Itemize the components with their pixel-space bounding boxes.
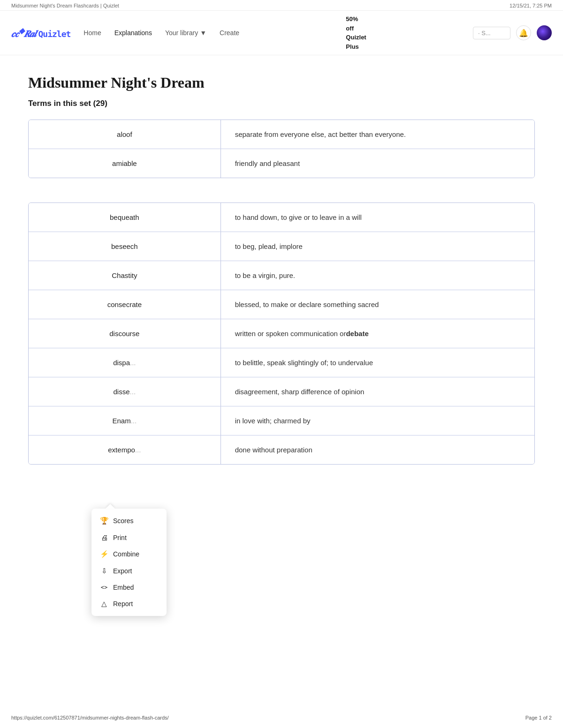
promo-plus: Plus bbox=[346, 42, 358, 52]
context-menu-report[interactable]: △ Report bbox=[91, 595, 167, 612]
nav-explanations[interactable]: Explanations bbox=[114, 29, 152, 37]
search-input[interactable]: · S... bbox=[473, 27, 510, 39]
page-title: Midsummer Night's Dream bbox=[28, 74, 535, 91]
context-menu-notch bbox=[106, 504, 115, 509]
def-aloof: separate from everyone else, act better … bbox=[221, 120, 534, 149]
notification-button[interactable]: 🔔 bbox=[516, 25, 531, 40]
context-menu-embed-label: Embed bbox=[113, 584, 134, 591]
context-menu-print[interactable]: 🖨 Print bbox=[91, 529, 167, 546]
promo-product: Quizlet bbox=[346, 33, 366, 42]
def-discourse: written or spoken communication or debat… bbox=[221, 319, 534, 348]
avatar[interactable] bbox=[537, 25, 552, 40]
context-menu-scores-label: Scores bbox=[113, 517, 134, 525]
context-menu-print-label: Print bbox=[113, 534, 127, 541]
card-group-2: bequeath to hand down, to give or to lea… bbox=[28, 203, 535, 465]
export-icon: ⇩ bbox=[100, 567, 108, 575]
table-row: amiable friendly and pleasant bbox=[29, 149, 534, 178]
term-aloof: aloof bbox=[29, 120, 221, 149]
def-disparage: to belittle, speak slightingly of; to un… bbox=[221, 348, 534, 377]
context-menu-export-label: Export bbox=[113, 567, 132, 575]
combine-icon: ⚡ bbox=[100, 550, 108, 558]
bell-icon: 🔔 bbox=[519, 29, 528, 38]
terms-heading: Terms in this set (29) bbox=[28, 99, 535, 108]
def-extemporaneous: done without preparation bbox=[221, 435, 534, 464]
context-menu: 🏆 Scores 🖨 Print ⚡ Combine ⇩ Export <> E… bbox=[91, 509, 167, 616]
nav-left: 𝒄𝒄◆𝑹𝒂𝒍 Quizlet Home Explanations Your li… bbox=[11, 26, 239, 40]
page-wrapper: Midsummer Night's Dream Flashcards | Qui… bbox=[0, 0, 563, 728]
trophy-icon: 🏆 bbox=[100, 517, 108, 525]
browser-title: Midsummer Night's Dream Flashcards | Qui… bbox=[11, 3, 119, 8]
nav-home[interactable]: Home bbox=[84, 29, 101, 37]
page-url: https://quizlet.com/612507871/midsummer-… bbox=[11, 715, 169, 720]
table-row: disse... disagreement, sharp difference … bbox=[29, 377, 534, 406]
term-discourse: discourse bbox=[29, 319, 221, 348]
context-menu-combine-label: Combine bbox=[113, 550, 139, 558]
nav-right: · S... 🔔 bbox=[473, 25, 552, 40]
table-row: extempo... done without preparation bbox=[29, 435, 534, 464]
def-enamored: in love with; charmed by bbox=[221, 406, 534, 435]
table-row: aloof separate from everyone else, act b… bbox=[29, 120, 534, 149]
report-icon: △ bbox=[100, 600, 108, 608]
context-menu-report-label: Report bbox=[113, 600, 133, 608]
nav-your-library[interactable]: Your library ▼ bbox=[165, 29, 206, 37]
context-menu-export[interactable]: ⇩ Export bbox=[91, 563, 167, 579]
table-row: bequeath to hand down, to give or to lea… bbox=[29, 203, 534, 232]
table-row: consecrate blessed, to make or declare s… bbox=[29, 290, 534, 319]
promo-percent: 50% bbox=[346, 15, 358, 24]
embed-icon: <> bbox=[100, 584, 108, 591]
table-row: dispa... to belittle, speak slightingly … bbox=[29, 348, 534, 377]
term-bequeath: bequeath bbox=[29, 203, 221, 232]
main-content: Midsummer Night's Dream Terms in this se… bbox=[0, 55, 563, 517]
table-row: beseech to beg, plead, implore bbox=[29, 232, 534, 261]
context-menu-combine[interactable]: ⚡ Combine bbox=[91, 546, 167, 563]
card-group-1: aloof separate from everyone else, act b… bbox=[28, 120, 535, 178]
term-enamored: Enam... bbox=[29, 406, 221, 435]
def-bequeath: to hand down, to give or to leave in a w… bbox=[221, 203, 534, 232]
term-beseech: beseech bbox=[29, 232, 221, 261]
def-consecrate: blessed, to make or declare something sa… bbox=[221, 290, 534, 319]
term-extemporaneous: extempo... bbox=[29, 435, 221, 464]
context-menu-scores[interactable]: 🏆 Scores bbox=[91, 512, 167, 529]
quizlet-logo[interactable]: 𝒄𝒄◆𝑹𝒂𝒍 Quizlet bbox=[11, 26, 70, 40]
table-row: Chastity to be a virgin, pure. bbox=[29, 261, 534, 290]
promo-block[interactable]: 50% off Quizlet Plus bbox=[346, 15, 366, 51]
def-beseech: to beg, plead, implore bbox=[221, 232, 534, 261]
chevron-down-icon: ▼ bbox=[200, 29, 206, 37]
def-chastity: to be a virgin, pure. bbox=[221, 261, 534, 290]
timestamp: 12/15/21, 7:25 PM bbox=[510, 3, 552, 8]
nav-create[interactable]: Create bbox=[220, 29, 239, 37]
term-amiable: amiable bbox=[29, 149, 221, 178]
term-disparage: dispa... bbox=[29, 348, 221, 377]
context-menu-embed[interactable]: <> Embed bbox=[91, 579, 167, 595]
page-number: Page 1 of 2 bbox=[525, 715, 552, 720]
def-dissension: disagreement, sharp difference of opinio… bbox=[221, 377, 534, 406]
def-amiable: friendly and pleasant bbox=[221, 149, 534, 178]
term-dissension: disse... bbox=[29, 377, 221, 406]
navbar: 𝒄𝒄◆𝑹𝒂𝒍 Quizlet Home Explanations Your li… bbox=[0, 11, 563, 55]
term-consecrate: consecrate bbox=[29, 290, 221, 319]
print-icon: 🖨 bbox=[100, 533, 108, 541]
term-chastity: Chastity bbox=[29, 261, 221, 290]
promo-off: off bbox=[346, 24, 354, 33]
table-row: Enam... in love with; charmed by bbox=[29, 406, 534, 435]
table-row: discourse written or spoken communicatio… bbox=[29, 319, 534, 348]
